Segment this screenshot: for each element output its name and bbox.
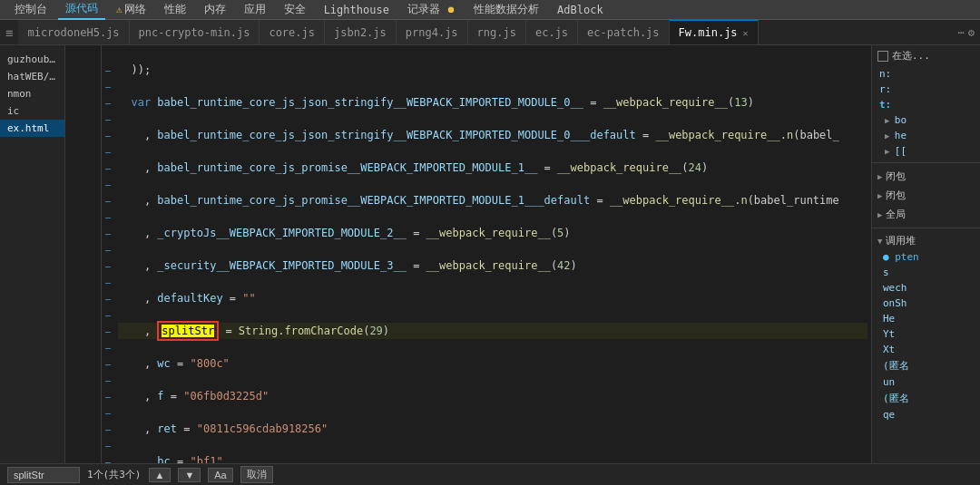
triangle-icon: ▶ — [885, 116, 895, 125]
change-marker: – — [105, 359, 111, 369]
code-content[interactable]: )); var babel_runtime_core_js_json_strin… — [114, 45, 871, 463]
checkbox-in-selection[interactable] — [877, 51, 888, 62]
tab-core[interactable]: core.js — [260, 20, 325, 45]
checkbox-label: 在选... — [892, 49, 930, 63]
line-num — [65, 388, 95, 404]
sidebar-item-exhtml[interactable]: ex.html — [0, 120, 64, 137]
sidebar-item-ic[interactable]: ic — [0, 102, 64, 120]
menu-perf-analysis[interactable]: 性能数据分析 — [466, 0, 546, 19]
line-num — [65, 192, 95, 209]
menu-source[interactable]: 源代码 — [58, 0, 105, 20]
gutter-line: – — [102, 127, 114, 143]
callstack-yt[interactable]: Yt — [872, 326, 980, 342]
callstack-he[interactable]: He — [872, 311, 980, 326]
tab-jsbn2[interactable]: jsbn2.js — [325, 20, 397, 45]
global-scope[interactable]: ▶ 全局 — [872, 205, 980, 224]
callstack-un[interactable]: un — [872, 374, 980, 390]
right-panel: 在选... n: r: t: ▶ bo ▶ he ▶ [[ ▶ 闭包 ▶ 闭包 … — [871, 45, 980, 463]
blue-dot-icon: ● — [883, 251, 895, 263]
callstack-anon1[interactable]: (匿名 — [872, 357, 980, 374]
line-num — [65, 160, 95, 176]
search-up-button[interactable]: ▲ — [149, 468, 172, 482]
sidebar-item-guzhoubank[interactable]: guzhoubank — [0, 51, 64, 68]
line-num — [65, 306, 95, 323]
callstack-header[interactable]: ▼ 调用堆 — [872, 232, 980, 249]
tab-bar: ≡ microdoneH5.js pnc-crypto-min.js core.… — [0, 20, 980, 45]
scope-he[interactable]: ▶ he — [872, 128, 980, 143]
menu-application[interactable]: 应用 — [237, 0, 273, 19]
sidebar-item-nmon[interactable]: nmon — [0, 85, 64, 102]
tab-prng4[interactable]: prng4.js — [397, 20, 468, 45]
match-case-button[interactable]: Aa — [208, 468, 232, 482]
menu-security[interactable]: 安全 — [277, 0, 313, 19]
gutter-line: – — [102, 453, 114, 463]
callstack-wech[interactable]: wech — [872, 280, 980, 296]
code-line: , babel_runtime_core_js_json_stringify__… — [118, 127, 867, 143]
scope-n: n: — [872, 66, 980, 82]
tab-scroll-left[interactable]: ≡ — [0, 25, 18, 40]
menu-network[interactable]: ⚠ 网络 — [109, 0, 153, 19]
scope-bo[interactable]: ▶ bo — [872, 112, 980, 128]
gutter-line: – — [102, 257, 114, 274]
gutter-line: – — [102, 290, 114, 306]
search-area: 1个(共3个) ▲ ▼ Aa 取消 — [7, 466, 973, 483]
gutter: – – – – – – – – – – – – – – – – – – – – … — [102, 45, 114, 463]
line-num — [65, 404, 95, 421]
tab-pnc-crypto[interactable]: pnc-crypto-min.js — [130, 20, 260, 45]
tab-ec[interactable]: ec.js — [526, 20, 578, 45]
tab-more-icon[interactable]: ⋯ — [958, 26, 965, 39]
line-num — [65, 209, 95, 225]
callstack-xt[interactable]: Xt — [872, 342, 980, 357]
line-num — [65, 94, 95, 111]
code-line: , bc = "bf1" — [118, 453, 867, 463]
cancel-search-button[interactable]: 取消 — [240, 466, 273, 483]
menu-console[interactable]: 控制台 — [7, 0, 54, 19]
scope-t: t: — [872, 97, 980, 112]
callstack-onsh[interactable]: onSh — [872, 296, 980, 311]
chevron-right-icon: ▶ — [877, 172, 882, 181]
line-num — [65, 355, 95, 372]
code-editor: – – – – – – – – – – – – – – – – – – – – … — [65, 45, 871, 463]
scope-arr[interactable]: ▶ [[ — [872, 143, 980, 159]
menu-memory[interactable]: 内存 — [197, 0, 233, 19]
tab-label: prng4.js — [406, 26, 458, 39]
tab-fw-min[interactable]: Fw.min.js ✕ — [670, 20, 759, 45]
line-num — [65, 62, 95, 78]
tab-ec-patch[interactable]: ec-patch.js — [578, 20, 669, 45]
callstack-s[interactable]: s — [872, 265, 980, 280]
recorder-icon: ⏺ — [446, 5, 456, 15]
chevron-right-icon: ▶ — [877, 191, 882, 200]
code-line: , wc = "800c" — [118, 355, 867, 372]
line-num — [65, 78, 95, 94]
change-marker: – — [105, 196, 111, 206]
menu-performance[interactable]: 性能 — [157, 0, 193, 19]
search-input[interactable] — [7, 467, 80, 483]
menu-adblock[interactable]: AdBlock — [550, 2, 611, 18]
closed-scope-2[interactable]: ▶ 闭包 — [872, 186, 980, 205]
gutter-line: – — [102, 274, 114, 290]
menu-recorder[interactable]: 记录器 ⏺ — [400, 0, 463, 19]
change-marker: – — [105, 441, 111, 451]
scope-r: r: — [872, 82, 980, 97]
network-warning: ⚠ 网络 — [116, 2, 146, 17]
gutter-line: – — [102, 225, 114, 241]
match-count: 1个(共3个) — [87, 468, 142, 481]
change-marker: – — [105, 392, 111, 402]
tab-label: jsbn2.js — [334, 26, 387, 39]
menu-lighthouse[interactable]: Lighthouse — [317, 2, 397, 18]
code-line: , _security__WEBPACK_IMPORTED_MODULE_3__… — [118, 257, 867, 274]
gutter-line — [102, 45, 114, 62]
tab-rng[interactable]: rng.js — [468, 20, 526, 45]
callstack-qe[interactable]: qe — [872, 407, 980, 422]
sidebar-item-hatweb[interactable]: hatWEB/wec — [0, 68, 64, 85]
tab-close-icon[interactable]: ✕ — [743, 28, 749, 38]
callstack-anon2[interactable]: (匿名 — [872, 390, 980, 407]
tab-settings-icon[interactable]: ⚙ — [968, 26, 975, 39]
tab-microdone[interactable]: microdoneH5.js — [18, 20, 129, 45]
search-down-button[interactable]: ▼ — [178, 468, 201, 482]
closed-scope-1[interactable]: ▶ 闭包 — [872, 167, 980, 186]
gutter-line: – — [102, 355, 114, 372]
gutter-line: – — [102, 437, 114, 453]
callstack-pten[interactable]: ● pten — [872, 249, 980, 265]
main-area: guzhoubank hatWEB/wec nmon ic ex.html — [0, 45, 980, 463]
